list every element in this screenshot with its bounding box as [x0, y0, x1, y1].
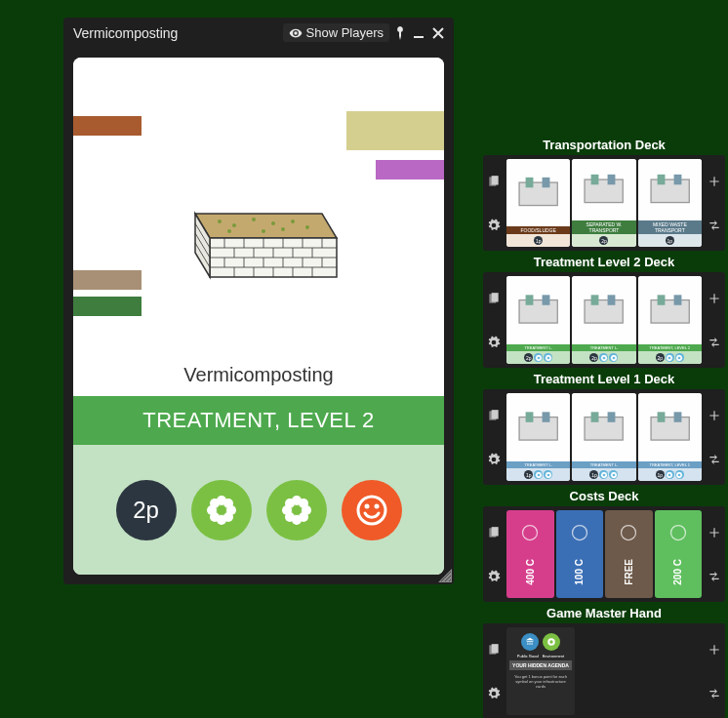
deck-panel: Costs Deck400 C100 CFREE200 C	[483, 486, 725, 602]
agenda-text: You get 1 bonus point for each symbol on…	[509, 672, 572, 712]
mini-card[interactable]: FOOD/SLUDGE1p	[506, 159, 570, 247]
svg-point-2	[218, 219, 222, 223]
cards-icon[interactable]	[487, 175, 501, 188]
svg-point-139	[536, 475, 538, 477]
svg-point-183	[677, 472, 679, 474]
resize-handle-icon[interactable]	[438, 569, 452, 582]
svg-point-99	[601, 355, 603, 357]
mini-card[interactable]: MIXED WASTE TRANSPORT1p	[638, 159, 702, 247]
svg-point-63	[374, 503, 379, 508]
minimize-icon[interactable]	[413, 27, 425, 39]
svg-point-109	[611, 358, 613, 360]
mini-card[interactable]: TREATMENT L.1p	[572, 393, 635, 481]
svg-point-128	[677, 358, 679, 360]
mini-card-image	[572, 393, 635, 461]
mini-card[interactable]: TREATMENT L.2p	[506, 276, 570, 364]
svg-point-140	[539, 475, 541, 477]
svg-rect-72	[673, 175, 681, 184]
svg-rect-69	[608, 175, 616, 184]
gear-icon[interactable]	[487, 336, 501, 349]
mini-card-band: TREATMENT L.	[572, 461, 635, 468]
deck-left-controls	[483, 389, 505, 485]
svg-point-178	[670, 475, 672, 477]
svg-point-7	[305, 225, 309, 229]
svg-point-60	[292, 505, 302, 515]
shuffle-icon[interactable]	[708, 453, 721, 466]
mini-card-icons: 1p	[638, 234, 702, 247]
gear-icon[interactable]	[487, 687, 501, 700]
deck-left-controls	[483, 623, 505, 718]
card-category-band: TREATMENT, LEVEL 2	[73, 396, 444, 445]
svg-point-120	[667, 358, 669, 360]
deck-right-controls	[704, 623, 725, 718]
shuffle-icon[interactable]	[708, 687, 721, 700]
svg-point-119	[670, 355, 672, 357]
plus-icon[interactable]	[708, 292, 721, 305]
svg-point-107	[611, 355, 613, 357]
gear-icon[interactable]	[487, 570, 501, 583]
cards-icon[interactable]	[487, 526, 501, 539]
svg-point-121	[670, 358, 672, 360]
plus-icon[interactable]	[708, 409, 721, 422]
plus-icon[interactable]	[708, 175, 721, 188]
cards-icon[interactable]	[487, 409, 501, 422]
deck-right-controls	[704, 155, 725, 251]
show-players-label: Show Players	[306, 25, 384, 40]
window-title: Vermicomposting	[73, 25, 283, 41]
mini-card-image	[572, 159, 635, 220]
mini-card[interactable]: TREATMENT, LEVEL 22p	[638, 276, 702, 364]
svg-rect-66	[543, 178, 550, 187]
cost-card[interactable]: FREE	[605, 510, 653, 598]
mini-card-label: SEPARATED W. TRANSPORT	[572, 220, 635, 234]
swatch	[346, 111, 444, 150]
mini-card-band: TREATMENT, LEVEL 2	[638, 344, 702, 351]
svg-point-190	[670, 525, 685, 539]
svg-rect-70	[651, 180, 689, 203]
cost-shape-icon	[668, 523, 688, 542]
svg-point-145	[546, 472, 547, 474]
svg-rect-151	[608, 412, 616, 421]
agenda-card[interactable]: Public GoodEnvironmentYOUR HIDDEN AGENDA…	[506, 627, 575, 715]
svg-rect-71	[657, 175, 665, 184]
svg-point-189	[622, 525, 636, 539]
cost-value: 400 C	[525, 559, 536, 585]
public-good-icon	[521, 633, 539, 651]
gear-icon[interactable]	[487, 219, 501, 232]
svg-point-100	[604, 355, 606, 357]
svg-rect-93	[591, 295, 599, 304]
svg-rect-111	[651, 300, 689, 324]
shuffle-icon[interactable]	[708, 219, 721, 232]
mini-card[interactable]: TREATMENT L.2p	[572, 276, 635, 364]
cost-value: 200 C	[672, 559, 683, 585]
card-window: Vermicomposting Show Players	[63, 18, 454, 584]
svg-point-10	[281, 227, 285, 231]
deck-card-row: FOOD/SLUDGE1pSEPARATED W. TRANSPORT2pMIX…	[505, 155, 704, 251]
show-players-button[interactable]: Show Players	[283, 23, 389, 42]
deck-title: Transportation Deck	[483, 135, 725, 155]
titlebar: Vermicomposting Show Players	[63, 18, 454, 48]
mini-card[interactable]: SEPARATED W. TRANSPORT2p	[572, 159, 635, 247]
svg-point-108	[614, 355, 616, 357]
plus-icon[interactable]	[708, 643, 721, 657]
svg-point-146	[548, 472, 550, 474]
cost-card[interactable]: 400 C	[506, 510, 554, 598]
deck-body: FOOD/SLUDGE1pSEPARATED W. TRANSPORT2pMIX…	[483, 155, 725, 251]
gear-icon[interactable]	[487, 453, 501, 466]
pin-icon[interactable]	[395, 26, 405, 40]
close-icon[interactable]	[432, 27, 444, 39]
svg-rect-130	[519, 418, 557, 441]
mini-card[interactable]: TREATMENT L.1p	[506, 393, 570, 481]
shuffle-icon[interactable]	[708, 570, 721, 583]
svg-point-80	[536, 355, 538, 357]
svg-marker-1	[195, 214, 337, 238]
shuffle-icon[interactable]	[708, 336, 721, 349]
cost-card[interactable]: 200 C	[655, 510, 703, 598]
svg-rect-75	[543, 295, 550, 304]
cost-card[interactable]: 100 C	[556, 510, 604, 598]
cards-icon[interactable]	[487, 643, 501, 657]
plus-icon[interactable]	[708, 526, 721, 539]
svg-point-164	[611, 472, 613, 474]
cards-icon[interactable]	[487, 292, 501, 305]
svg-point-188	[572, 525, 586, 539]
mini-card[interactable]: TREATMENT, LEVEL 11p	[638, 393, 702, 481]
